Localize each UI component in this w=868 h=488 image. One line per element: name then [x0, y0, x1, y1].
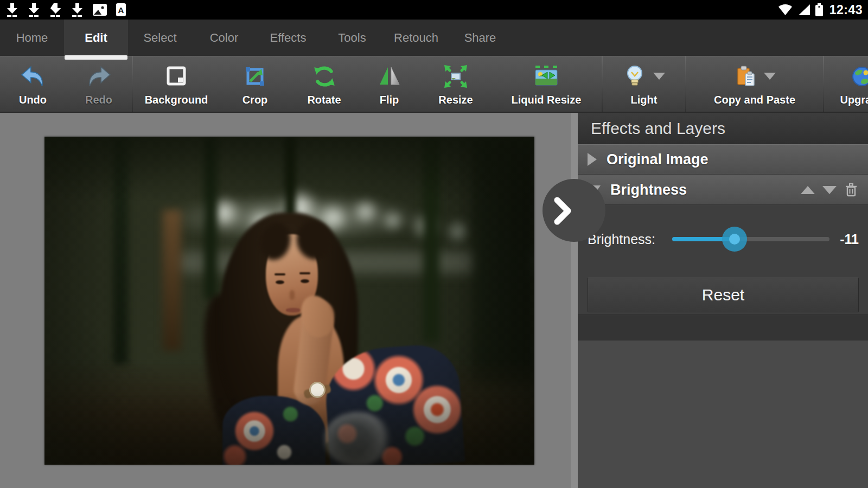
rotate-button[interactable]: Rotate — [290, 56, 358, 112]
status-notification-icons: A — [5, 3, 126, 17]
light-icon — [623, 65, 647, 88]
copy-paste-dropdown-chevron-icon[interactable] — [764, 73, 776, 80]
resize-button[interactable]: Resize — [420, 56, 491, 112]
effects-and-layers-panel: Effects and Layers Original Image Bright… — [578, 113, 868, 488]
slider-thumb[interactable] — [722, 227, 747, 252]
undo-icon — [20, 65, 46, 88]
app-screen: A 12:43 Home Edit Select Color Effects T… — [0, 0, 868, 488]
flip-icon — [378, 65, 401, 88]
delete-layer-trash-icon[interactable] — [844, 182, 858, 197]
brightness-slider[interactable] — [672, 227, 829, 252]
redo-button[interactable]: Redo — [66, 56, 132, 112]
crop-icon — [243, 65, 267, 88]
undo-button[interactable]: Undo — [0, 56, 66, 112]
panel-title: Effects and Layers — [578, 113, 868, 144]
slider-track[interactable] — [672, 237, 829, 241]
move-layer-down-icon[interactable] — [822, 186, 837, 194]
light-dropdown-chevron-icon[interactable] — [653, 73, 665, 80]
copy-and-paste-button[interactable]: Copy and Paste — [686, 56, 823, 112]
clock: 12:43 — [829, 3, 863, 17]
liquid-resize-button[interactable]: Liquid Resize — [491, 56, 602, 112]
brightness-group-footer — [578, 314, 868, 341]
tab-color[interactable]: Color — [192, 20, 256, 56]
tab-select[interactable]: Select — [128, 20, 192, 56]
rotate-icon — [312, 64, 337, 89]
reset-button[interactable]: Reset — [588, 278, 859, 312]
light-button[interactable]: Light — [603, 56, 685, 112]
svg-text:A: A — [118, 5, 124, 15]
redo-icon — [86, 65, 112, 88]
status-system-icons: 12:43 — [778, 3, 863, 17]
brightness-slider-label: Brightness: — [588, 232, 672, 247]
signal-icon — [797, 4, 810, 16]
download-icon — [27, 3, 41, 17]
chevron-right-icon — [553, 197, 572, 225]
tab-tools[interactable]: Tools — [320, 20, 384, 56]
layer-row-brightness[interactable]: Brightness — [578, 175, 868, 205]
download-icon — [71, 3, 84, 17]
move-layer-up-icon[interactable] — [801, 186, 815, 194]
tab-effects[interactable]: Effects — [256, 20, 320, 56]
photo-canvas[interactable] — [44, 137, 534, 465]
tab-retouch[interactable]: Retouch — [384, 20, 448, 56]
main-menu-bar: Home Edit Select Color Effects Tools Ret… — [0, 20, 868, 56]
background-button[interactable]: Background — [133, 56, 220, 112]
copy-paste-icon — [733, 65, 757, 88]
background-icon — [164, 65, 188, 88]
edit-toolbar: Undo Redo Background Crop Rotate Flip Re… — [0, 56, 868, 113]
panel-edge-highlight — [571, 113, 578, 488]
status-bar: A 12:43 — [0, 0, 868, 20]
battery-icon — [815, 3, 823, 16]
download-icon — [5, 3, 19, 17]
image-notification-icon — [92, 3, 107, 16]
upgrade-globe-icon — [850, 65, 868, 88]
resize-icon — [443, 64, 468, 89]
brightness-value: -11 — [840, 232, 859, 247]
tab-edit[interactable]: Edit — [64, 20, 128, 56]
brightness-controls: Brightness: -11 Reset — [578, 205, 868, 314]
flip-button[interactable]: Flip — [358, 56, 420, 112]
panel-empty-area — [578, 341, 868, 488]
text-doc-notification-icon: A — [116, 3, 126, 17]
tab-share[interactable]: Share — [448, 20, 512, 56]
upgrade-button[interactable]: Upgrade — [824, 56, 868, 112]
panel-collapse-tab[interactable] — [542, 179, 605, 242]
layer-row-original-image[interactable]: Original Image — [578, 144, 868, 175]
expand-right-icon[interactable] — [588, 153, 597, 166]
liquid-resize-icon — [533, 65, 559, 88]
download-icon — [49, 3, 62, 17]
tab-home[interactable]: Home — [0, 20, 64, 56]
wifi-icon — [778, 4, 793, 16]
crop-button[interactable]: Crop — [220, 56, 290, 112]
